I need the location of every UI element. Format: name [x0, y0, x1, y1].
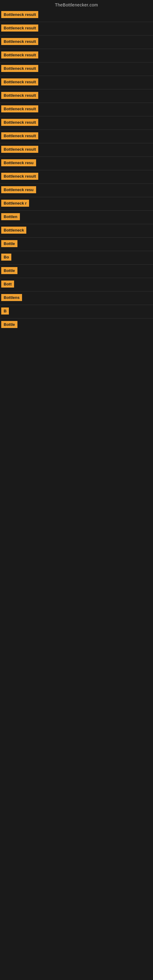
bottleneck-item: Bott [0, 279, 153, 291]
bottleneck-badge[interactable]: Bott [1, 280, 14, 288]
site-header: TheBottlenecker.com [0, 0, 153, 9]
bottleneck-item: Bottlen [0, 211, 153, 223]
bottleneck-item: Bottleneck result [0, 63, 153, 75]
bottleneck-item: Bottle [0, 238, 153, 250]
bottleneck-badge[interactable]: Bottleneck result [1, 24, 38, 32]
bottleneck-badge[interactable]: Bottleneck result [1, 65, 38, 72]
separator [0, 251, 153, 251]
bottleneck-badge[interactable]: Bottleneck result [1, 105, 38, 112]
separator [0, 318, 153, 318]
bottleneck-badge[interactable]: Bottleneck result [1, 173, 38, 180]
separator [0, 156, 153, 157]
bottleneck-item: Bottleneck result [0, 9, 153, 21]
bottleneck-item: Bottleneck result [0, 103, 153, 115]
bottleneck-badge[interactable]: Bottleneck result [1, 38, 38, 45]
bottleneck-item: Bottlens [0, 292, 153, 304]
bottleneck-item: Bottleneck result [0, 49, 153, 62]
bottleneck-item: Bottleneck resu [0, 185, 153, 196]
bottleneck-badge[interactable]: Bottle [1, 240, 18, 247]
separator [0, 278, 153, 278]
separator [0, 305, 153, 305]
bottleneck-badge[interactable]: Bottleneck result [1, 11, 38, 18]
bottleneck-badge[interactable]: Bottleneck result [1, 132, 38, 139]
bottleneck-list: Bottleneck resultBottleneck resultBottle… [0, 9, 153, 331]
bottleneck-item: Bottle [0, 265, 153, 277]
bottleneck-badge[interactable]: Bottleneck result [1, 146, 38, 153]
bottleneck-item: Bottleneck result [0, 171, 153, 183]
separator [0, 210, 153, 211]
bottleneck-item: B [0, 305, 153, 318]
bottleneck-badge[interactable]: Bottleneck result [1, 92, 38, 99]
separator [0, 89, 153, 89]
bottleneck-item: Bottleneck r [0, 198, 153, 210]
bottleneck-badge[interactable]: Bottle [1, 321, 18, 328]
separator [0, 224, 153, 224]
separator [0, 143, 153, 143]
bottleneck-badge[interactable]: Bottleneck resu [1, 186, 36, 193]
bottleneck-item: Bottleneck result [0, 90, 153, 102]
bottleneck-item: Bo [0, 252, 153, 264]
separator [0, 116, 153, 116]
bottleneck-item: Bottleneck result [0, 117, 153, 129]
bottleneck-item: Bottleneck [0, 225, 153, 237]
bottleneck-item: Bottleneck result [0, 144, 153, 156]
bottleneck-item: Bottleneck result [0, 130, 153, 142]
separator [0, 76, 153, 76]
bottleneck-item: Bottleneck result [0, 36, 153, 48]
bottleneck-badge[interactable]: Bottleneck result [1, 51, 38, 59]
bottleneck-badge[interactable]: Bottleneck r [1, 200, 29, 207]
bottleneck-badge[interactable]: Bottleneck [1, 227, 26, 234]
bottleneck-badge[interactable]: Bottlens [1, 294, 22, 301]
bottleneck-badge[interactable]: Bottleneck result [1, 119, 38, 126]
bottleneck-badge[interactable]: B [1, 307, 9, 315]
separator [0, 237, 153, 238]
bottleneck-item: Bottle [0, 319, 153, 331]
site-title: TheBottlenecker.com [0, 0, 153, 9]
bottleneck-badge[interactable]: Bottlen [1, 213, 20, 220]
separator [0, 170, 153, 170]
bottleneck-badge[interactable]: Bo [1, 254, 11, 261]
separator [0, 22, 153, 22]
separator [0, 49, 153, 49]
bottleneck-item: Bottleneck result [0, 76, 153, 89]
bottleneck-badge[interactable]: Bottleneck resu [1, 159, 36, 166]
bottleneck-badge[interactable]: Bottleneck result [1, 78, 38, 86]
separator [0, 264, 153, 265]
bottleneck-item: Bottleneck resu [0, 158, 153, 169]
separator [0, 62, 153, 62]
bottleneck-item: Bottleneck result [0, 23, 153, 35]
separator [0, 183, 153, 184]
bottleneck-badge[interactable]: Bottle [1, 267, 18, 274]
